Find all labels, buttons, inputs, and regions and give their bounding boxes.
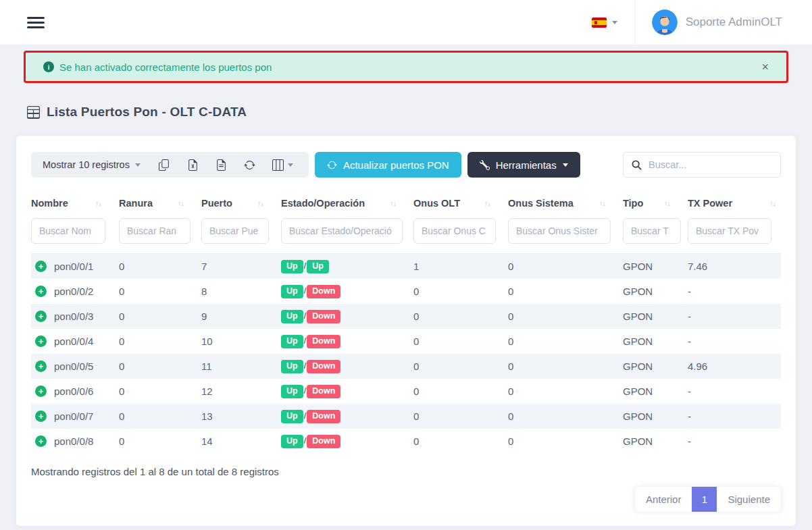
columns-icon	[272, 159, 284, 171]
export-file-button[interactable]	[211, 157, 231, 174]
close-icon[interactable]: ×	[761, 61, 769, 73]
page-title-text: Lista Puertos Pon - OLT C-DATA	[47, 105, 247, 120]
column-header-onus-olt[interactable]: Onus OLT↑↓	[413, 198, 508, 209]
reload-table-button[interactable]	[240, 157, 259, 174]
top-navbar: Soporte AdminOLT	[0, 0, 812, 45]
column-header-tipo[interactable]: Tipo↑↓	[623, 198, 688, 209]
menu-toggle-icon[interactable]	[27, 14, 45, 31]
filter-nombre-input[interactable]	[31, 218, 105, 244]
badge-separator: /	[304, 311, 307, 321]
cell-tx-power: -	[688, 435, 781, 447]
expand-row-icon[interactable]: +	[35, 386, 47, 397]
cell-onus-sistema: 0	[508, 435, 623, 447]
badge-separator: /	[304, 435, 307, 446]
cell-onus-olt: 0	[413, 435, 508, 447]
update-pon-ports-button[interactable]: Actualizar puertos PON	[315, 152, 461, 178]
sort-icon[interactable]: ↑↓	[257, 199, 263, 207]
operation-badge: Down	[307, 360, 340, 373]
tools-dropdown-label: Herramientas	[496, 159, 557, 171]
expand-row-icon[interactable]: +	[35, 286, 47, 297]
cell-estado-operacion: Up/Down	[281, 384, 413, 398]
cell-onus-olt: 1	[413, 261, 508, 272]
cell-puerto: 8	[201, 286, 281, 297]
language-dropdown[interactable]	[574, 18, 635, 28]
filter-ranura-input[interactable]	[119, 218, 191, 244]
cell-tipo: GPON	[623, 410, 688, 422]
operation-badge: Down	[307, 310, 340, 323]
filter-puerto-input[interactable]	[201, 218, 269, 244]
table-controls-group: Mostrar 10 registros	[31, 152, 309, 178]
table-filter-row	[31, 214, 781, 254]
expand-row-icon[interactable]: +	[35, 361, 47, 372]
column-header-nombre[interactable]: Nombre↑↓	[31, 198, 119, 209]
user-name: Soporte AdminOLT	[686, 16, 782, 29]
cell-ranura: 0	[119, 261, 201, 272]
column-header-tx-power[interactable]: TX Power↑↓	[688, 198, 781, 209]
info-icon: i	[43, 61, 54, 72]
search-input[interactable]	[649, 159, 772, 170]
cell-puerto: 10	[201, 336, 281, 347]
show-entries-dropdown[interactable]: Mostrar 10 registros	[43, 159, 141, 170]
cell-onus-olt: 0	[413, 361, 508, 372]
user-menu[interactable]: Soporte AdminOLT	[636, 9, 782, 35]
current-page-button[interactable]: 1	[692, 487, 717, 512]
previous-page-button[interactable]: Anterior	[635, 487, 692, 512]
chevron-down-icon	[563, 163, 568, 167]
table-row: + pon0/0/6 0 12 Up/Down 0 0 GPON -	[31, 379, 781, 404]
expand-row-icon[interactable]: +	[35, 336, 47, 347]
cell-puerto: 11	[201, 361, 281, 372]
status-badge: Up	[281, 435, 303, 448]
cell-estado-operacion: Up/Down	[281, 409, 413, 423]
column-visibility-dropdown[interactable]	[268, 157, 297, 174]
copy-button[interactable]	[155, 157, 174, 174]
table-row: + pon0/0/3 0 9 Up/Down 0 0 GPON -	[31, 304, 781, 329]
table-row: + pon0/0/2 0 8 Up/Down 0 0 GPON -	[31, 279, 781, 304]
cell-onus-olt: 0	[413, 410, 508, 422]
port-name: pon0/0/3	[54, 311, 93, 322]
alert-message: Se han activado correctamente los puerto…	[59, 61, 272, 73]
badge-separator: /	[304, 286, 307, 296]
sort-icon[interactable]: ↑↓	[178, 199, 184, 207]
tools-dropdown-button[interactable]: Herramientas	[467, 152, 580, 178]
filter-estado-operacion-input[interactable]	[281, 218, 403, 244]
records-info: Mostrando registros del 1 al 8 de un tot…	[31, 466, 781, 477]
column-header-onus-sistema[interactable]: Onus Sistema↑↓	[508, 198, 623, 209]
badge-separator: /	[304, 261, 307, 271]
filter-tipo-input[interactable]	[623, 218, 681, 244]
table-row: + pon0/0/1 0 7 Up/Up 1 0 GPON 7.46	[31, 254, 781, 279]
refresh-icon	[244, 159, 255, 171]
sort-icon[interactable]: ↑↓	[769, 199, 776, 207]
table-row: + pon0/0/7 0 13 Up/Down 0 0 GPON -	[31, 404, 781, 429]
sort-icon[interactable]: ↑↓	[664, 199, 670, 207]
sort-icon[interactable]: ↑↓	[484, 199, 490, 207]
page-title: Lista Puertos Pon - OLT C-DATA	[27, 105, 812, 120]
cell-tipo: GPON	[623, 435, 688, 447]
cell-tipo: GPON	[623, 261, 688, 272]
document-icon	[215, 159, 227, 171]
sort-icon[interactable]: ↑↓	[390, 199, 396, 207]
cell-ranura: 0	[119, 286, 201, 297]
sort-icon[interactable]: ↑↓	[599, 199, 605, 207]
expand-row-icon[interactable]: +	[35, 311, 47, 322]
cell-ranura: 0	[119, 361, 201, 372]
expand-row-icon[interactable]: +	[35, 261, 47, 272]
expand-row-icon[interactable]: +	[35, 435, 47, 447]
next-page-button[interactable]: Siguiente	[717, 487, 781, 512]
column-header-puerto[interactable]: Puerto↑↓	[201, 198, 281, 209]
cell-estado-operacion: Up/Down	[281, 334, 413, 348]
operation-badge: Up	[307, 260, 329, 273]
cell-onus-sistema: 0	[508, 261, 623, 272]
cell-onus-olt: 0	[413, 286, 508, 297]
cell-tx-power: -	[688, 286, 781, 297]
pon-ports-card: Mostrar 10 registros Actualizar puer	[16, 136, 796, 526]
filter-tx-power-input[interactable]	[688, 218, 771, 244]
export-excel-button[interactable]	[183, 157, 203, 174]
column-header-estado-operacion[interactable]: Estado/Operación↑↓	[281, 198, 413, 209]
filter-onus-sistema-input[interactable]	[508, 218, 611, 244]
cell-puerto: 14	[201, 435, 281, 447]
port-name: pon0/0/5	[54, 361, 93, 372]
expand-row-icon[interactable]: +	[35, 410, 47, 422]
column-header-ranura[interactable]: Ranura↑↓	[119, 198, 201, 209]
filter-onus-olt-input[interactable]	[413, 218, 496, 244]
sort-icon[interactable]: ↑↓	[95, 199, 101, 207]
